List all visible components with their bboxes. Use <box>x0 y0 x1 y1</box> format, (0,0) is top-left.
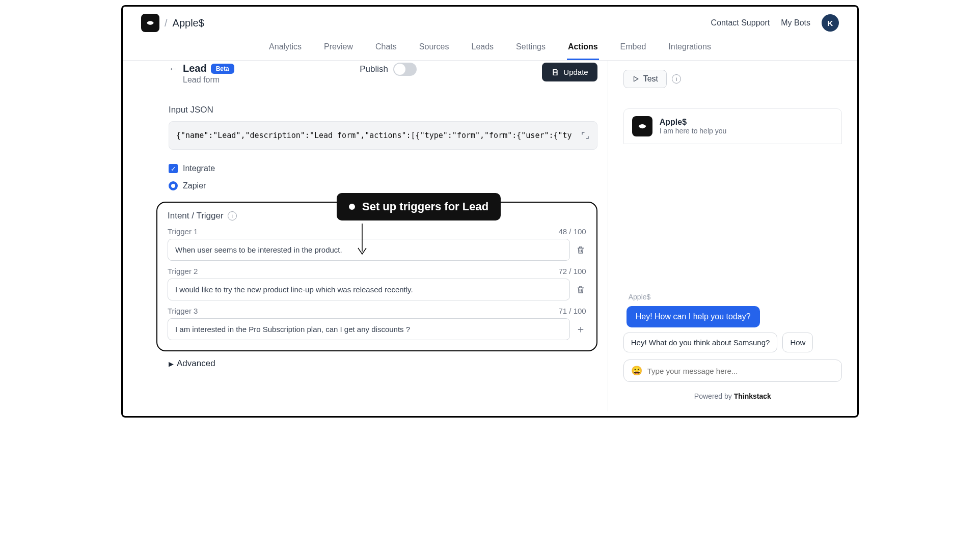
zapier-radio-row[interactable]: Zapier <box>169 181 597 190</box>
info-icon[interactable]: i <box>672 74 681 84</box>
bot-subtitle: I am here to help you <box>660 127 727 135</box>
intent-trigger-heading: Intent / Trigger <box>168 211 224 221</box>
nav-tabs: AnalyticsPreviewChatsSourcesLeadsSetting… <box>123 36 857 61</box>
page-header-row: ← Lead Beta Lead form Publish Upda <box>169 61 597 85</box>
play-icon <box>632 75 639 82</box>
tooltip-dot-icon <box>349 204 355 210</box>
user-avatar[interactable]: K <box>822 14 839 32</box>
advanced-label: Advanced <box>177 358 215 369</box>
trigger-char-count: 48 / 100 <box>559 227 586 236</box>
tab-leads[interactable]: Leads <box>471 39 495 60</box>
publish-label: Publish <box>360 64 388 74</box>
integrate-checkbox-row[interactable]: ✓ Integrate <box>169 164 597 173</box>
trigger-label: Trigger 3 <box>168 307 198 315</box>
tab-settings[interactable]: Settings <box>515 39 547 60</box>
chat-sender-label: Apple$ <box>629 293 842 301</box>
add-trigger-icon[interactable]: ＋ <box>575 324 586 335</box>
quick-reply-chip[interactable]: Hey! What do you think about Samsung? <box>623 333 778 352</box>
emoji-icon[interactable]: 😀 <box>631 365 642 376</box>
tab-analytics[interactable]: Analytics <box>268 39 303 60</box>
quick-replies-row: Hey! What do you think about Samsung?How <box>623 333 842 352</box>
input-json-box[interactable]: {"name":"Lead","description":"Lead form"… <box>169 121 597 150</box>
trigger-item: Trigger 1 48 / 100 <box>168 227 586 261</box>
save-icon <box>551 68 559 76</box>
delete-trigger-icon[interactable] <box>575 284 586 295</box>
input-json-value: {"name":"Lead","description":"Lead form"… <box>176 131 572 140</box>
quick-reply-chip[interactable]: How <box>782 333 813 352</box>
trigger-char-count: 72 / 100 <box>559 267 586 275</box>
expand-icon[interactable] <box>581 131 590 140</box>
tab-integrations[interactable]: Integrations <box>667 39 712 60</box>
trigger-label: Trigger 2 <box>168 267 198 275</box>
trigger-item: Trigger 2 72 / 100 <box>168 267 586 300</box>
bot-card: Apple$ I am here to help you <box>623 108 842 144</box>
contact-support-link[interactable]: Contact Support <box>711 18 770 27</box>
update-button[interactable]: Update <box>542 63 597 81</box>
advanced-toggle[interactable]: ▶ Advanced <box>169 358 597 369</box>
caret-right-icon: ▶ <box>169 360 174 368</box>
publish-toggle[interactable] <box>393 63 417 76</box>
integrate-label: Integrate <box>183 164 215 173</box>
tooltip-callout: Set up triggers for Lead <box>337 193 501 220</box>
intent-trigger-box: Intent / Trigger i Trigger 1 48 / 100 Tr… <box>156 202 597 351</box>
bot-logo <box>632 116 652 136</box>
chat-body: Apple$ Hey! How can I help you today? He… <box>623 144 842 402</box>
beta-badge: Beta <box>211 64 234 74</box>
integration-options: ✓ Integrate Zapier <box>169 164 597 190</box>
tab-chats[interactable]: Chats <box>374 39 398 60</box>
my-bots-link[interactable]: My Bots <box>781 18 810 27</box>
page-subtitle: Lead form <box>183 75 234 85</box>
chat-input[interactable] <box>647 367 834 375</box>
powered-brand[interactable]: Thinkstack <box>734 392 771 400</box>
tab-embed[interactable]: Embed <box>619 39 647 60</box>
info-icon[interactable]: i <box>228 211 237 220</box>
app-logo[interactable] <box>141 14 159 32</box>
breadcrumb-slash: / <box>165 17 168 29</box>
test-row: Test i <box>623 70 842 88</box>
trigger-input[interactable] <box>168 279 570 300</box>
powered-prefix: Powered by <box>694 392 734 400</box>
trigger-label: Trigger 1 <box>168 227 198 236</box>
tab-preview[interactable]: Preview <box>323 39 354 60</box>
logo-icon <box>145 18 155 28</box>
integrate-checkbox[interactable]: ✓ <box>169 164 178 173</box>
chat-input-row[interactable]: 😀 <box>623 360 842 382</box>
zapier-label: Zapier <box>183 181 206 190</box>
tooltip-text: Set up triggers for Lead <box>362 200 488 213</box>
header-left: / Apple$ <box>141 14 204 32</box>
test-button[interactable]: Test <box>623 70 667 88</box>
tab-sources[interactable]: Sources <box>418 39 450 60</box>
logo-icon <box>637 121 648 132</box>
page-title: Lead <box>183 63 207 74</box>
zapier-radio[interactable] <box>169 181 178 190</box>
trigger-item: Trigger 3 71 / 100 ＋ <box>168 307 586 340</box>
app-header: / Apple$ Contact Support My Bots K <box>123 7 857 36</box>
input-json-label: Input JSON <box>169 105 597 115</box>
breadcrumb-title[interactable]: Apple$ <box>173 17 204 29</box>
trigger-input[interactable] <box>168 318 570 340</box>
bot-name: Apple$ <box>660 118 727 127</box>
trigger-char-count: 71 / 100 <box>559 307 586 315</box>
tab-actions[interactable]: Actions <box>567 39 599 60</box>
tooltip-arrow-icon <box>352 224 372 259</box>
update-button-label: Update <box>563 68 588 76</box>
bot-message-bubble: Hey! How can I help you today? <box>627 306 760 327</box>
header-right: Contact Support My Bots K <box>711 14 839 32</box>
test-button-label: Test <box>643 74 658 84</box>
powered-by: Powered by Thinkstack <box>623 392 842 400</box>
back-arrow-icon[interactable]: ← <box>169 63 178 74</box>
delete-trigger-icon[interactable] <box>575 244 586 256</box>
